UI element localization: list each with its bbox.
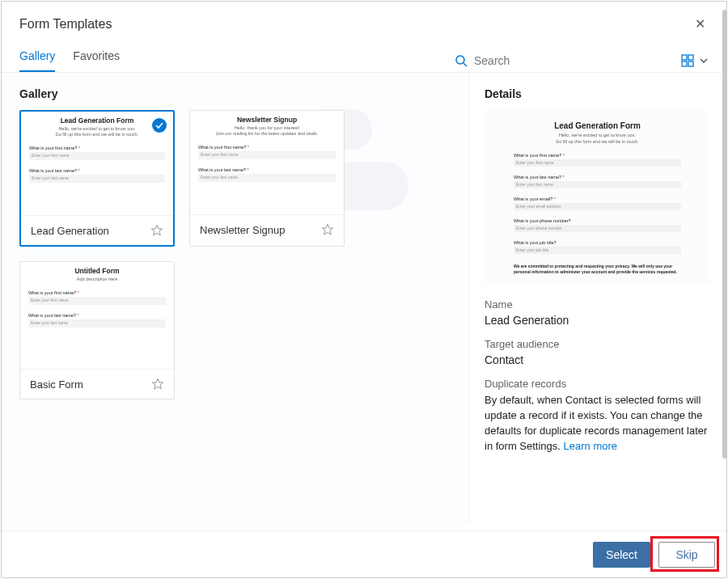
- card-preview: Untitled FormAdd description hereWhat is…: [20, 262, 174, 369]
- preview-subtext: Hello, we're excited to get to know you.…: [499, 133, 696, 145]
- close-icon[interactable]: ✕: [692, 13, 709, 35]
- learn-more-link[interactable]: Learn more: [564, 440, 617, 452]
- svg-rect-2: [682, 55, 687, 60]
- selected-check-icon: [152, 118, 167, 133]
- template-large-preview: Lead Generation Form Hello, we're excite…: [485, 110, 710, 284]
- card-name: Lead Generation: [31, 225, 109, 237]
- gallery-heading: Gallery: [19, 87, 461, 100]
- detail-field-input: Enter your first name: [514, 159, 681, 167]
- preview-heading: Newsletter Signup: [198, 116, 336, 124]
- preview-heading: Lead Generation Form: [499, 121, 696, 130]
- favorite-star-icon[interactable]: [321, 223, 334, 236]
- template-card[interactable]: Untitled FormAdd description hereWhat is…: [19, 261, 175, 399]
- gallery-panel: Gallery Lead Generation FormHello, we're…: [2, 73, 469, 526]
- detail-field-label: What is your email? *: [514, 197, 681, 201]
- select-button[interactable]: Select: [593, 542, 650, 568]
- grid-view-icon: [681, 54, 694, 67]
- preview-field-label: What is your last name? *: [28, 313, 166, 318]
- template-card[interactable]: Newsletter SignupHello, thank you for yo…: [189, 110, 345, 247]
- scrollbar[interactable]: [722, 10, 727, 459]
- svg-point-0: [456, 56, 464, 64]
- meta-name-value: Lead Generation: [485, 314, 710, 327]
- detail-field-label: What is your last name? *: [514, 175, 681, 180]
- card-preview: Newsletter SignupHello, thank you for yo…: [190, 111, 344, 214]
- dialog-title: Form Templates: [19, 17, 112, 32]
- meta-duplicate-desc: By default, when Contact is selected for…: [485, 393, 710, 454]
- preview-field-input: Enter your last name: [198, 174, 336, 182]
- card-footer: Basic Form: [20, 369, 174, 399]
- preview-field-label: What is your first name? *: [28, 290, 166, 295]
- card-name: Basic Form: [30, 378, 83, 391]
- detail-field-label: What is your phone number?: [514, 218, 681, 223]
- preview-field-input: Enter your last name: [28, 319, 166, 328]
- skip-button[interactable]: Skip: [658, 542, 715, 568]
- svg-line-1: [463, 63, 467, 66]
- preview-heading: Lead Generation Form: [29, 116, 165, 125]
- meta-duplicate-label: Duplicate records: [485, 378, 710, 390]
- tab-favorites[interactable]: Favorites: [73, 49, 120, 72]
- preview-heading: Untitled Form: [28, 267, 166, 275]
- detail-field-label: What is your job title?: [514, 240, 681, 245]
- favorite-star-icon[interactable]: [150, 224, 163, 237]
- tab-gallery[interactable]: Gallery: [19, 49, 55, 72]
- preview-field-label: What is your last name? *: [29, 168, 165, 173]
- details-heading: Details: [485, 87, 710, 100]
- search-icon: [455, 54, 468, 67]
- view-toggle[interactable]: [681, 54, 709, 67]
- card-footer: Newsletter Signup: [190, 214, 344, 244]
- svg-rect-3: [688, 55, 693, 60]
- favorite-star-icon[interactable]: [151, 378, 164, 391]
- detail-field-input: Enter your phone number: [514, 225, 681, 232]
- preview-field-input: Enter your first name: [28, 297, 166, 305]
- preview-field-label: What is your first name? *: [198, 145, 336, 150]
- search-input[interactable]: [474, 54, 620, 67]
- meta-audience-label: Target audience: [485, 338, 710, 350]
- card-footer: Lead Generation: [21, 215, 173, 245]
- template-card[interactable]: Lead Generation FormHello, we're excited…: [19, 110, 175, 247]
- preview-field-label: What is your first name? *: [29, 146, 165, 150]
- preview-field-input: Enter your first name: [29, 152, 165, 160]
- tabs: Gallery Favorites: [19, 49, 120, 72]
- svg-rect-4: [682, 61, 687, 66]
- preview-field-label: What is your last name? *: [198, 167, 336, 172]
- detail-field-input: Enter your job title: [514, 247, 681, 254]
- chevron-down-icon: [699, 56, 709, 66]
- preview-field-input: Enter your first name: [198, 151, 336, 159]
- meta-name-label: Name: [485, 298, 710, 311]
- svg-rect-5: [688, 61, 693, 66]
- card-name: Newsletter Signup: [200, 224, 286, 236]
- preview-subtext: Hello, we're excited to get to know you.…: [29, 126, 165, 137]
- detail-field-input: Enter your email address: [514, 203, 681, 210]
- detail-field-input: Enter your last name: [514, 181, 681, 188]
- preview-privacy: We are committed to protecting and respe…: [499, 264, 696, 274]
- meta-audience-value: Contact: [485, 353, 710, 366]
- details-panel: Details Lead Generation Form Hello, we'r…: [469, 73, 726, 526]
- preview-field-input: Enter your last name: [29, 175, 165, 183]
- preview-subtext: Add description here: [28, 277, 166, 282]
- detail-field-label: What is your first name? *: [514, 153, 681, 158]
- preview-subtext: Hello, thank you for your interest!Join …: [198, 125, 336, 137]
- card-preview: Lead Generation FormHello, we're excited…: [21, 112, 173, 215]
